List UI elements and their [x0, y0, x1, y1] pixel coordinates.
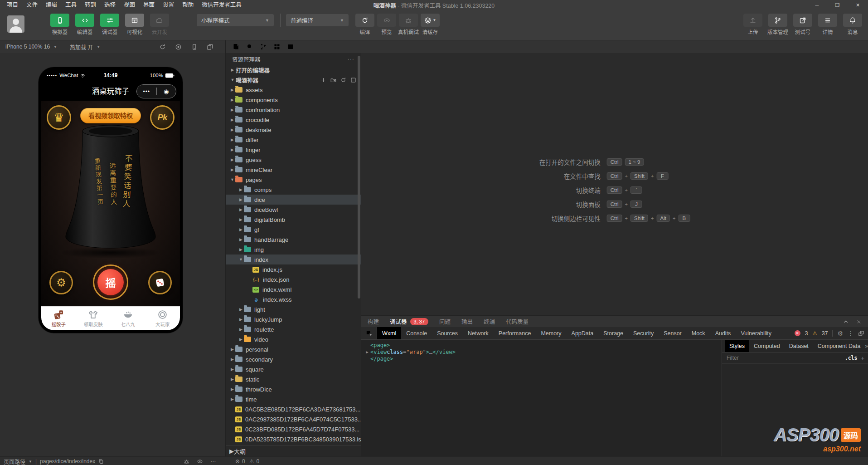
- filter-input[interactable]: [726, 354, 841, 362]
- tree-item[interactable]: ▶personal: [226, 344, 361, 354]
- new-file-icon[interactable]: [320, 77, 326, 83]
- more-icon[interactable]: ⋯: [210, 458, 216, 465]
- extensions-grid-icon[interactable]: [270, 40, 284, 53]
- tab-overflow-icon[interactable]: »: [865, 340, 868, 352]
- dice-cup[interactable]: 不要笑话别人 远离重要的人 重新现发第一页: [62, 124, 159, 250]
- details-button[interactable]: 详情: [817, 10, 839, 35]
- git-branch-icon[interactable]: [257, 40, 270, 53]
- tree-item[interactable]: ▶roulette: [226, 324, 361, 334]
- version-control-button[interactable]: 版本管理: [767, 10, 789, 35]
- tree-item[interactable]: ▶components: [226, 95, 361, 105]
- more-icon[interactable]: ···: [348, 56, 355, 62]
- tree-item[interactable]: ▶differ: [226, 135, 361, 145]
- debugger-tab-5[interactable]: 代码质量: [506, 317, 529, 326]
- styles-tab-dataset[interactable]: Dataset: [785, 340, 813, 352]
- devtools-tab-wxml[interactable]: Wxml: [377, 327, 401, 339]
- tree-item[interactable]: ▶diceBowl: [226, 205, 361, 215]
- menu-item-2[interactable]: 编辑: [42, 0, 61, 10]
- code-line[interactable]: ▶<view class="wrap">…</view>: [364, 349, 722, 356]
- bug-icon[interactable]: [184, 459, 189, 465]
- tree-item[interactable]: ▶img: [226, 245, 361, 255]
- tree-item[interactable]: ▼index: [226, 255, 361, 264]
- minimize-button[interactable]: ─: [807, 0, 827, 10]
- debugger-tab-1[interactable]: 调试器3, 37: [390, 317, 428, 326]
- styles-tab-computed[interactable]: Computed: [749, 340, 785, 352]
- compile-button[interactable]: 编译: [354, 10, 376, 40]
- menu-item-4[interactable]: 转到: [81, 0, 100, 10]
- menu-item-8[interactable]: 设置: [159, 0, 178, 10]
- kebab-menu-icon[interactable]: ⋮: [848, 330, 853, 337]
- tree-item[interactable]: ▶confrontation: [226, 105, 361, 115]
- menu-item-0[interactable]: 项目: [3, 0, 22, 10]
- devtools-tab-console[interactable]: Console: [401, 327, 432, 339]
- project-section[interactable]: ▼ 喝酒神器: [226, 75, 361, 85]
- files-icon[interactable]: [229, 40, 243, 53]
- menu-item-7[interactable]: 界面: [139, 0, 159, 10]
- menu-item-3[interactable]: 工具: [61, 0, 81, 10]
- tree-item[interactable]: ▶static: [226, 374, 361, 384]
- code-line[interactable]: </page>: [364, 356, 722, 362]
- tree-item[interactable]: ▼pages: [226, 175, 361, 185]
- eye-icon[interactable]: [197, 458, 203, 465]
- menu-item-10[interactable]: 微信开发者工具: [198, 0, 246, 10]
- multi-screen-icon[interactable]: [207, 44, 213, 50]
- tree-item[interactable]: JSindex.js: [226, 264, 361, 274]
- simulator-toggle[interactable]: 模拟器: [49, 10, 71, 40]
- mode-select[interactable]: 小程序模式 ▼: [197, 14, 274, 26]
- preview-button[interactable]: 预览: [376, 10, 398, 40]
- tree-item[interactable]: ▶dice: [226, 195, 361, 205]
- tree-item[interactable]: ▶mineClear: [226, 165, 361, 175]
- menu-item-6[interactable]: 视图: [120, 0, 139, 10]
- devtools-tab-audits[interactable]: Audits: [710, 327, 736, 339]
- remote-debug-button[interactable]: 真机调试: [398, 10, 419, 40]
- devtools-tab-performance[interactable]: Performance: [494, 327, 536, 339]
- phone-rotate-icon[interactable]: [191, 44, 198, 50]
- styles-tab-styles[interactable]: Styles: [725, 340, 749, 352]
- tree-item[interactable]: ▶finger: [226, 145, 361, 155]
- refresh-icon[interactable]: [340, 77, 346, 83]
- record-icon[interactable]: [175, 44, 182, 50]
- devtools-tab-mock[interactable]: Mock: [687, 327, 710, 339]
- outline-section[interactable]: ▶ 大纲: [226, 445, 361, 456]
- gear-icon[interactable]: ⚙: [837, 330, 843, 337]
- tree-item[interactable]: ▶throwDice: [226, 384, 361, 394]
- device-select[interactable]: iPhone 5 100% 16: [5, 44, 50, 50]
- debugger-tab-0[interactable]: 构建: [368, 317, 379, 326]
- phone-tab-dice[interactable]: 摇骰子: [41, 307, 76, 330]
- tree-item[interactable]: ▶guess: [226, 155, 361, 165]
- expand-node-icon[interactable]: ▶: [364, 349, 370, 356]
- close-panel-icon[interactable]: [856, 319, 862, 324]
- devtools-tab-sensor[interactable]: Sensor: [659, 327, 687, 339]
- close-button[interactable]: ✕: [848, 0, 868, 10]
- undock-icon[interactable]: [858, 330, 864, 337]
- upload-button[interactable]: 上传: [742, 10, 764, 35]
- tree-item[interactable]: JS0AC5B2E085D172BF6CA3DAE73681753...: [226, 404, 361, 414]
- devtools-tab-network[interactable]: Network: [463, 327, 494, 339]
- tree-item[interactable]: JS0C23BFD085D172BF6A45D7D74F07533...: [226, 424, 361, 434]
- shake-button[interactable]: 摇: [93, 264, 128, 300]
- watch-video-privilege-button[interactable]: 看视频领取特权: [80, 108, 141, 123]
- menu-item-1[interactable]: 文件: [22, 0, 42, 10]
- collapse-all-icon[interactable]: [350, 77, 356, 83]
- tree-item[interactable]: ▶comps: [226, 185, 361, 195]
- add-style-icon[interactable]: +: [861, 355, 864, 362]
- devtools-tab-memory[interactable]: Memory: [536, 327, 566, 339]
- refresh-icon[interactable]: [159, 44, 166, 50]
- styles-tab-component-data[interactable]: Component Data: [813, 340, 865, 352]
- devtools-tab-security[interactable]: Security: [628, 327, 659, 339]
- new-folder-icon[interactable]: [330, 77, 336, 83]
- tree-item[interactable]: ▶luckyJump: [226, 314, 361, 324]
- test-account-button[interactable]: 测试号: [792, 10, 814, 35]
- capsule-more-icon[interactable]: •••: [137, 88, 156, 95]
- avatar[interactable]: [7, 15, 24, 33]
- code-line[interactable]: <page>: [364, 342, 722, 349]
- menu-item-9[interactable]: 帮助: [178, 0, 198, 10]
- dice-skin-button[interactable]: [148, 271, 172, 294]
- editor-toggle[interactable]: 编辑器: [74, 10, 96, 40]
- capsule-home-icon[interactable]: ◉: [157, 88, 176, 95]
- tree-item[interactable]: ▶square: [226, 364, 361, 374]
- wxml-code-view[interactable]: <page>▶<view class="wrap">…</view></page…: [361, 340, 722, 456]
- devtools-tab-vulnerability[interactable]: Vulnerability: [736, 327, 776, 339]
- debugger-tab-4[interactable]: 终端: [484, 317, 495, 326]
- phone-tab-rings[interactable]: 大玩家: [145, 307, 180, 330]
